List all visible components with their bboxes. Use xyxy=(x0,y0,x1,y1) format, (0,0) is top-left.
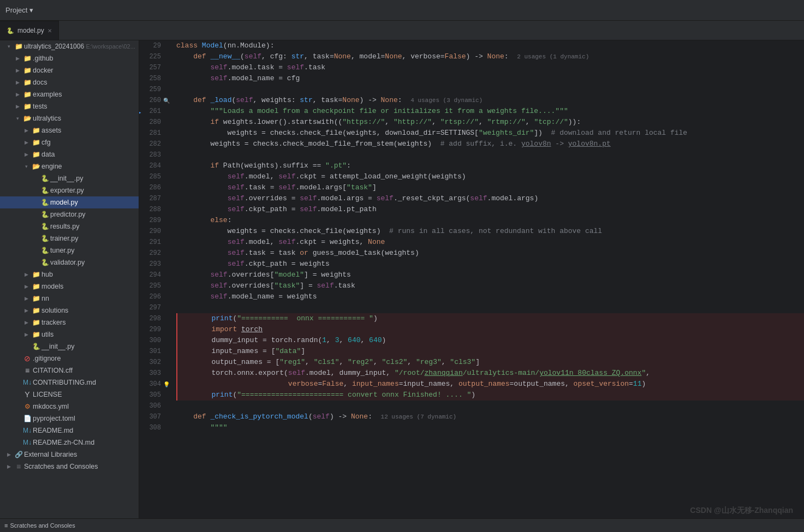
code-line-286: self.task = self.model.args["task"] xyxy=(176,182,804,193)
validator-py-label: validator.py xyxy=(50,259,85,266)
sidebar-item-predictor-py[interactable]: 🐍 predictor.py xyxy=(0,208,139,220)
sidebar-item-github[interactable]: ▶ 📁 .github xyxy=(0,52,139,64)
license-label: LICENSE xyxy=(33,391,62,398)
project-menu[interactable]: Project ▾ xyxy=(5,6,33,14)
code-line-301: input_names = ["data"] xyxy=(176,346,804,357)
sidebar-item-exporter-py[interactable]: 🐍 exporter.py xyxy=(0,184,139,196)
docker-arrow: ▶ xyxy=(13,68,22,73)
gitignore-label: .gitignore xyxy=(33,355,61,362)
sidebar-item-docker[interactable]: ▶ 📁 docker xyxy=(0,64,139,76)
sidebar-item-hub[interactable]: ▶ 📁 hub xyxy=(0,268,139,280)
ln-280: 280 xyxy=(139,117,161,128)
ln-286: 286 xyxy=(139,182,161,193)
pkg-init-py-label: __init__.py xyxy=(41,343,74,350)
code-line-282: weights = checks.check_model_file_from_s… xyxy=(176,139,804,150)
code-line-296: self.model_name = weights xyxy=(176,291,804,302)
sidebar-item-validator-py[interactable]: 🐍 validator.py xyxy=(0,256,139,268)
sidebar-item-results-py[interactable]: 🐍 results.py xyxy=(0,220,139,232)
github-folder-icon: 📁 xyxy=(23,55,32,62)
sidebar-item-utils[interactable]: ▶ 📁 utils xyxy=(0,328,139,340)
docs-arrow: ▶ xyxy=(13,80,22,85)
pyproject-icon: 📄 xyxy=(23,415,32,422)
nn-folder-icon: 📁 xyxy=(32,295,40,302)
ext-libs-icon: 🔗 xyxy=(14,451,23,458)
ln-305: 305 xyxy=(139,390,161,401)
sidebar-item-models[interactable]: ▶ 📁 models xyxy=(0,280,139,292)
code-line-285: self.model, self.ckpt = attempt_load_one… xyxy=(176,171,804,182)
python-icon: 🐍 xyxy=(7,27,14,34)
code-line-259 xyxy=(176,84,804,95)
status-scratches[interactable]: ≡ Scratches and Consoles xyxy=(4,522,75,529)
sidebar-item-solutions[interactable]: ▶ 📁 solutions xyxy=(0,304,139,316)
code-line-294: self.overrides["model"] = weights xyxy=(176,270,804,280)
tab-model-py[interactable]: 🐍 model.py ✕ xyxy=(0,21,59,40)
sidebar-item-ext-libs[interactable]: ▶ 🔗 External Libraries xyxy=(0,449,139,461)
ln-304: 304 xyxy=(139,379,161,390)
ln-225: 225 xyxy=(139,51,161,62)
sidebar-item-ultralytics[interactable]: ▾ 📂 ultralytics xyxy=(0,112,139,124)
code-line-293: self.ckpt_path = weights xyxy=(176,259,804,270)
solutions-arrow: ▶ xyxy=(22,308,31,313)
readme-zh-icon: M↓ xyxy=(23,439,32,446)
sidebar-item-tests[interactable]: ▶ 📁 tests xyxy=(0,100,139,112)
code-line-287: self.overrides = self.model.args = self.… xyxy=(176,193,804,204)
sidebar-item-readme-zh[interactable]: M↓ README.zh-CN.md xyxy=(0,437,139,449)
cfg-folder-icon: 📁 xyxy=(32,139,40,146)
ultralytics-folder-icon: 📂 xyxy=(23,115,32,122)
results-py-label: results.py xyxy=(50,223,80,230)
sidebar-item-trainer-py[interactable]: 🐍 trainer.py xyxy=(0,232,139,244)
ln-261: 261 xyxy=(139,106,161,117)
sidebar-item-examples[interactable]: ▶ 📁 examples xyxy=(0,88,139,100)
sidebar-item-pkg-init-py[interactable]: 🐍 __init__.py xyxy=(0,340,139,352)
sidebar-item-init-py[interactable]: 🐍 __init__.py xyxy=(0,172,139,184)
utils-folder-icon: 📁 xyxy=(32,331,40,338)
sidebar-item-docs[interactable]: ▶ 📁 docs xyxy=(0,76,139,88)
ln-291: 291 xyxy=(139,237,161,248)
sidebar-item-mkdocs[interactable]: ⚙ mkdocs.yml xyxy=(0,401,139,413)
tab-filename: model.py xyxy=(17,27,44,34)
sidebar-item-trackers[interactable]: ▶ 📁 trackers xyxy=(0,316,139,328)
code-line-299: import torch xyxy=(176,324,804,335)
sidebar-item-readme[interactable]: M↓ README.md xyxy=(0,425,139,437)
scratches-text: Scratches and Consoles xyxy=(10,522,75,529)
sidebar-item-contributing[interactable]: M↓ CONTRIBUTING.md xyxy=(0,376,139,388)
hub-folder-icon: 📁 xyxy=(32,271,40,278)
engine-folder-icon: 📂 xyxy=(32,163,40,170)
sidebar-item-assets[interactable]: ▶ 📁 assets xyxy=(0,124,139,136)
main-layout: ▾ 📁 ultralytics_20241006 E:\workspace\02… xyxy=(0,40,804,518)
code-line-300: dummy_input = torch.randn(1, 3, 640, 640… xyxy=(176,335,804,346)
sidebar-item-tuner-py[interactable]: 🐍 tuner.py xyxy=(0,244,139,256)
tuner-py-label: tuner.py xyxy=(50,247,74,254)
sidebar-item-root[interactable]: ▾ 📁 ultralytics_20241006 E:\workspace\02… xyxy=(0,40,139,52)
ln-303: 303 xyxy=(139,368,161,379)
trainer-py-icon: 🐍 xyxy=(40,235,49,242)
sidebar-item-gitignore[interactable]: ⊘ .gitignore xyxy=(0,352,139,364)
code-line-284: if Path(weights).suffix == ".pt": xyxy=(176,160,804,171)
ln-29: 29 xyxy=(139,40,161,51)
sidebar-item-citation[interactable]: ≡ CITATION.cff xyxy=(0,364,139,376)
models-folder-icon: 📁 xyxy=(32,283,40,290)
exporter-py-icon: 🐍 xyxy=(40,187,49,194)
sidebar-item-pyproject[interactable]: 📄 pyproject.toml xyxy=(0,413,139,425)
cfg-label: cfg xyxy=(41,139,51,146)
code-editor[interactable]: 29 225 257 258 259 260 261 280 281 282 2… xyxy=(139,40,804,518)
code-line-258: self.model_name = cfg xyxy=(176,73,804,84)
tab-close-button[interactable]: ✕ xyxy=(47,28,52,34)
tuner-py-icon: 🐍 xyxy=(40,247,49,254)
editor-area: 29 225 257 258 259 260 261 280 281 282 2… xyxy=(139,40,804,518)
sidebar-item-nn[interactable]: ▶ 📁 nn xyxy=(0,292,139,304)
sidebar-item-engine[interactable]: ▾ 📂 engine xyxy=(0,160,139,172)
sidebar-item-data[interactable]: ▶ 📁 data xyxy=(0,148,139,160)
ln-259: 259 xyxy=(139,84,161,95)
ln-302: 302 xyxy=(139,357,161,368)
code-line-281: weights = checks.check_file(weights, dow… xyxy=(176,128,804,139)
code-line-305: print("======================== convert … xyxy=(176,390,804,401)
validator-py-icon: 🐍 xyxy=(40,259,49,266)
sidebar-item-scratches[interactable]: ▶ ≡ Scratches and Consoles xyxy=(0,461,139,473)
sidebar-item-cfg[interactable]: ▶ 📁 cfg xyxy=(0,136,139,148)
models-label: models xyxy=(41,283,63,290)
code-line-225: def __new__(self, cfg: str, task=None, m… xyxy=(176,51,804,62)
sidebar-item-model-py[interactable]: 🐍 model.py xyxy=(0,196,139,208)
sidebar-item-license[interactable]: Y LICENSE xyxy=(0,388,139,401)
ln-289: 289 xyxy=(139,215,161,226)
